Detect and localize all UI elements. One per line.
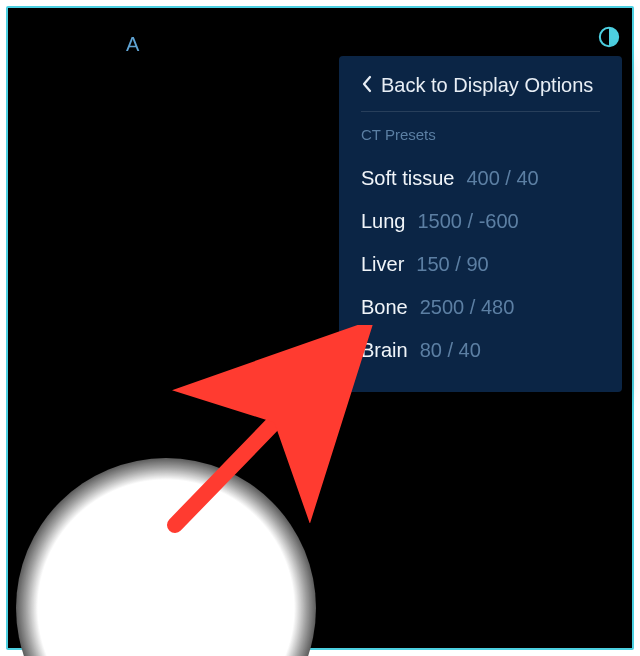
preset-value: 150 / 90: [416, 253, 488, 276]
preset-liver[interactable]: Liver 150 / 90: [361, 243, 600, 286]
preset-value: 80 / 40: [420, 339, 481, 362]
orientation-label: A: [126, 33, 139, 56]
preset-value: 2500 / 480: [420, 296, 515, 319]
preset-bone[interactable]: Bone 2500 / 480: [361, 286, 600, 329]
preset-brain[interactable]: Brain 80 / 40: [361, 329, 600, 372]
preset-value: 400 / 40: [466, 167, 538, 190]
preset-name: Lung: [361, 210, 406, 233]
chevron-left-icon: [361, 75, 373, 97]
back-label: Back to Display Options: [381, 74, 593, 97]
ct-image-slice: [16, 458, 316, 656]
preset-name: Liver: [361, 253, 404, 276]
back-to-display-options-button[interactable]: Back to Display Options: [361, 74, 600, 112]
window-level-presets-panel: Back to Display Options CT Presets Soft …: [339, 56, 622, 392]
preset-value: 1500 / -600: [418, 210, 519, 233]
preset-name: Bone: [361, 296, 408, 319]
preset-soft-tissue[interactable]: Soft tissue 400 / 40: [361, 157, 600, 200]
preset-name: Soft tissue: [361, 167, 454, 190]
preset-lung[interactable]: Lung 1500 / -600: [361, 200, 600, 243]
preset-name: Brain: [361, 339, 408, 362]
contrast-icon[interactable]: [598, 26, 620, 48]
image-viewer[interactable]: A Back to Display Options CT Presets Sof…: [6, 6, 634, 650]
section-label-ct-presets: CT Presets: [361, 126, 600, 143]
